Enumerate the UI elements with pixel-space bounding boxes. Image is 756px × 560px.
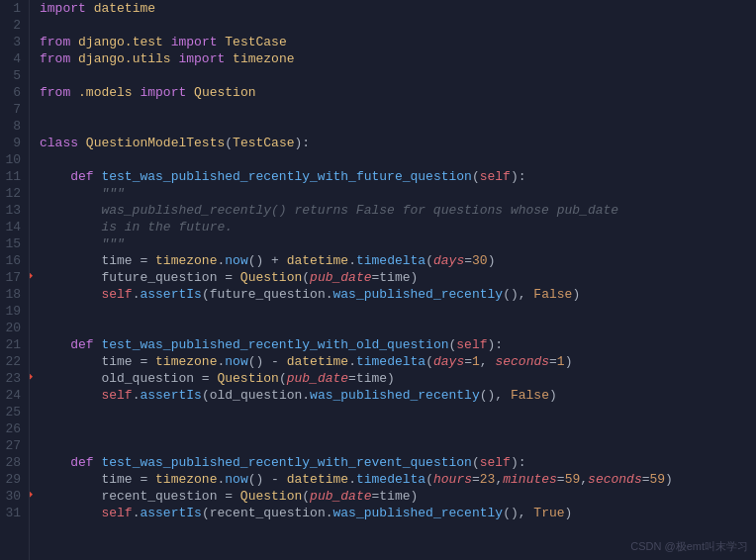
line-num-17: 17 xyxy=(4,269,21,286)
line-num-14: 14 xyxy=(4,219,21,235)
code-line-2 xyxy=(40,17,756,34)
line-num-10: 10 xyxy=(4,151,21,168)
code-line-9: class QuestionModelTests(TestCase): xyxy=(40,135,756,151)
code-line-12: """ xyxy=(40,185,756,202)
code-line-5 xyxy=(40,67,756,84)
line-num-21: 21 xyxy=(4,336,21,353)
line-num-5: 5 xyxy=(4,67,21,84)
module-name: datetime xyxy=(94,0,155,17)
line-num-19: 19 xyxy=(4,303,21,320)
code-line-31: self.assertIs(recent_question.was_publis… xyxy=(40,505,756,521)
line-num-22: 22 xyxy=(4,353,21,370)
code-line-25 xyxy=(40,404,756,420)
code-line-6: from .models import Question xyxy=(40,84,756,101)
code-line-11: def test_was_published_recently_with_fut… xyxy=(40,168,756,185)
line-num-28: 28 xyxy=(4,454,21,471)
arrow-line30: ➔ xyxy=(30,488,34,505)
code-line-27 xyxy=(40,437,756,454)
line-num-18: 18 xyxy=(4,286,21,303)
code-editor: 1 2 3 4 5 6 7 8 9 10 11 12 13 14 15 16 1… xyxy=(0,0,756,560)
code-line-17: ➔ future_question = Question(pub_date=ti… xyxy=(40,269,756,286)
code-line-1: import datetime xyxy=(40,0,756,17)
code-line-19 xyxy=(40,303,756,320)
code-line-13: was_published_recently() returns False f… xyxy=(40,202,756,219)
code-line-29: time = timezone.now() - datetime.timedel… xyxy=(40,471,756,488)
line-num-16: 16 xyxy=(4,252,21,269)
keyword: import xyxy=(40,0,86,17)
code-line-21: def test_was_published_recently_with_old… xyxy=(40,336,756,353)
line-num-27: 27 xyxy=(4,437,21,454)
line-num-25: 25 xyxy=(4,404,21,420)
watermark: CSDN @极emt叫末学习 xyxy=(630,539,748,554)
line-num-12: 12 xyxy=(4,185,21,202)
line-num-7: 7 xyxy=(4,101,21,118)
code-line-30: ➔ recent_question = Question(pub_date=ti… xyxy=(40,488,756,505)
line-num-13: 13 xyxy=(4,202,21,219)
line-num-8: 8 xyxy=(4,118,21,135)
code-line-4: from django.utils import timezone xyxy=(40,50,756,67)
code-line-15: """ xyxy=(40,235,756,252)
line-num-23: 23 xyxy=(4,370,21,387)
line-num-24: 24 xyxy=(4,387,21,404)
code-line-8 xyxy=(40,118,756,135)
line-num-15: 15 xyxy=(4,235,21,252)
arrow-line17: ➔ xyxy=(30,269,34,286)
line-num-6: 6 xyxy=(4,84,21,101)
line-num-1: 1 xyxy=(4,0,21,17)
arrow-line23: ➔ xyxy=(30,370,34,387)
code-line-26 xyxy=(40,420,756,437)
code-area: import datetime from django.test import … xyxy=(30,0,756,560)
line-num-30: 30 xyxy=(4,488,21,505)
code-line-20 xyxy=(40,320,756,336)
code-line-14: is in the future. xyxy=(40,219,756,235)
code-line-16: time = timezone.now() + datetime.timedel… xyxy=(40,252,756,269)
line-num-31: 31 xyxy=(4,505,21,521)
code-line-23: ➔ old_question = Question(pub_date=time) xyxy=(40,370,756,387)
code-line-10 xyxy=(40,151,756,168)
code-line-3: from django.test import TestCase xyxy=(40,34,756,50)
line-numbers: 1 2 3 4 5 6 7 8 9 10 11 12 13 14 15 16 1… xyxy=(0,0,30,560)
code-line-7 xyxy=(40,101,756,118)
code-line-28: def test_was_published_recently_with_rev… xyxy=(40,454,756,471)
line-num-29: 29 xyxy=(4,471,21,488)
line-num-4: 4 xyxy=(4,50,21,67)
code-line-24: self.assertIs(old_question.was_published… xyxy=(40,387,756,404)
line-num-26: 26 xyxy=(4,420,21,437)
line-num-20: 20 xyxy=(4,320,21,336)
line-num-3: 3 xyxy=(4,34,21,50)
line-num-9: 9 xyxy=(4,135,21,151)
code-line-18: self.assertIs(future_question.was_publis… xyxy=(40,286,756,303)
code-line-22: time = timezone.now() - datetime.timedel… xyxy=(40,353,756,370)
line-num-2: 2 xyxy=(4,17,21,34)
line-num-11: 11 xyxy=(4,168,21,185)
